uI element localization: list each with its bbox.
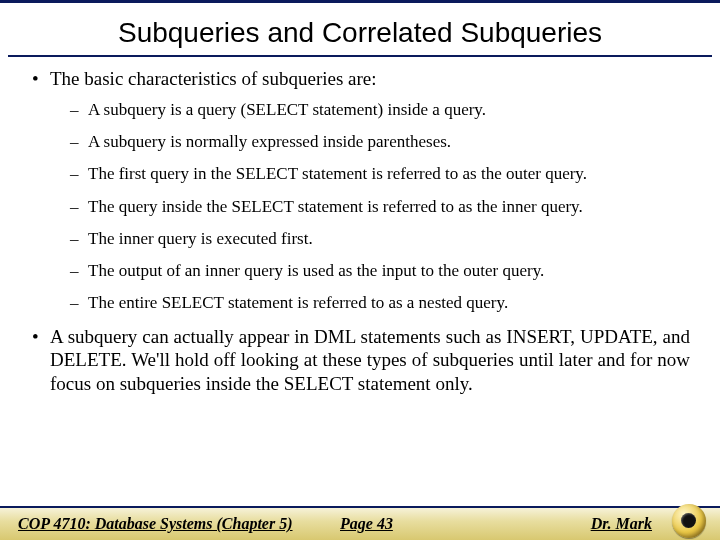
footer-course: COP 4710: Database Systems (Chapter 5) (0, 515, 340, 533)
sub-item: A subquery is a query (SELECT statement)… (70, 99, 690, 120)
title-underline (8, 55, 712, 57)
sub-item: The first query in the SELECT statement … (70, 163, 690, 184)
sub-item: A subquery is normally expressed inside … (70, 131, 690, 152)
bullet-main-0: The basic characteristics of subqueries … (30, 67, 690, 314)
bullet-main-1: A subquery can actually appear in DML st… (30, 325, 690, 396)
sub-item: The inner query is executed first. (70, 228, 690, 249)
footer-page: Page 43 (340, 515, 520, 533)
footer-bar: COP 4710: Database Systems (Chapter 5) P… (0, 506, 720, 540)
sub-list: A subquery is a query (SELECT statement)… (50, 99, 690, 314)
sub-item: The query inside the SELECT statement is… (70, 196, 690, 217)
sub-item: The output of an inner query is used as … (70, 260, 690, 281)
sub-item: The entire SELECT statement is referred … (70, 292, 690, 313)
university-logo-icon (672, 504, 706, 538)
bullet-main-0-text: The basic characteristics of subqueries … (50, 68, 377, 89)
main-list: The basic characteristics of subqueries … (30, 67, 690, 396)
slide-title: Subqueries and Correlated Subqueries (0, 3, 720, 55)
content-area: The basic characteristics of subqueries … (0, 63, 720, 396)
